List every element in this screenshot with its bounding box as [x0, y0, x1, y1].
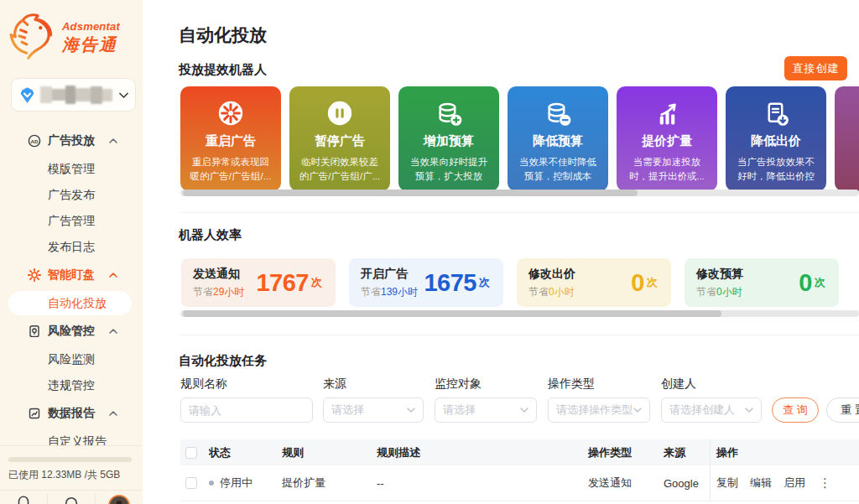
stat-count: 1675	[424, 269, 476, 297]
column-header: 状态	[209, 439, 282, 465]
sidebar-item[interactable]: 广告管理	[0, 208, 143, 234]
column-header: 规则描述	[377, 439, 588, 465]
sidebar-group-2[interactable]: 风险管控	[0, 316, 143, 346]
robot-card[interactable]: 降低出价 当广告投放效果不好时，降低出价控	[726, 86, 826, 191]
svg-text:AD: AD	[31, 138, 39, 144]
robot-card[interactable]: 增加预算 当效果向好时提升预算，扩大投放	[398, 86, 499, 191]
sidebar-item[interactable]: 广告发布	[0, 182, 143, 208]
chevron-up-icon	[109, 329, 117, 334]
status-dot-icon	[209, 481, 214, 486]
row-action-link[interactable]: 复制	[716, 475, 738, 491]
budget-plus-icon	[435, 98, 463, 128]
footer-icon-bar	[0, 490, 143, 504]
row-action-link[interactable]: 编辑	[750, 475, 772, 491]
filter-select[interactable]: 请选择创建人	[661, 397, 762, 423]
robot-card-title: 提价扩量	[642, 133, 692, 149]
filter-label: 监控对象	[435, 377, 482, 392]
query-button[interactable]: 查 询	[772, 397, 819, 423]
sidebar-group-label: 风险管控	[48, 324, 95, 339]
sidebar-item[interactable]: 自定义报告	[0, 429, 143, 445]
chevron-down-icon	[520, 408, 528, 413]
filter-select[interactable]: 请选择操作类型	[548, 397, 650, 423]
stat-saved: 节省0小时	[528, 285, 575, 299]
filter-text-input[interactable]	[189, 404, 305, 417]
stat-count: 0	[631, 269, 644, 297]
tasks-section-title: 自动化投放任务	[179, 353, 267, 369]
robots-section-title: 投放提效机器人	[179, 62, 267, 78]
robot-card-desc: 当需要加速投放时，提升出价或...	[617, 155, 717, 184]
sidebar-item[interactable]: 风险监测	[0, 346, 143, 372]
stats-scrollbar[interactable]	[180, 310, 859, 317]
stat-count: 1767	[256, 269, 309, 297]
robot-card[interactable]: 提价扩量 当需要加速投放时，提升出价或...	[617, 86, 717, 191]
support-headset-icon[interactable]	[48, 491, 95, 504]
stat-unit: 次	[479, 275, 490, 290]
sidebar-group-1[interactable]: 智能盯盘	[0, 260, 143, 290]
sidebar-group-3[interactable]: 数据报告	[0, 398, 143, 429]
rule-desc-cell: --	[377, 465, 588, 501]
sidebar-group-0[interactable]: AD 广告投放	[0, 126, 143, 156]
robot-card[interactable]: 重启广告 重启异常或表现回暖的广告/广告组/...	[180, 86, 281, 191]
sidebar-item[interactable]: 模版管理	[0, 156, 143, 182]
robot-card[interactable]: 降低预算 当效果不佳时降低预算，控制成本	[508, 86, 608, 191]
storage-progressbar	[8, 457, 132, 462]
storage-usage-text: 已使用 12.33MB /共 5GB	[8, 468, 120, 482]
brand-name-en: Adsmentat	[62, 20, 120, 33]
status-cell: 停用中	[209, 465, 282, 501]
stat-saved: 节省0小时	[696, 285, 743, 299]
filter-input[interactable]	[180, 397, 313, 423]
create-button[interactable]: 直接创建	[784, 56, 847, 81]
robot-card-title: 降低预算	[533, 133, 583, 149]
user-avatar[interactable]	[96, 491, 143, 504]
sidebar-item-label: 广告管理	[48, 214, 95, 229]
row-checkbox[interactable]	[185, 477, 197, 489]
sidebar-group-label: 数据报告	[48, 406, 95, 421]
sidebar-item[interactable]: 发布日志	[0, 234, 143, 260]
app-window: Adsmentat 海告通 AD 广告投放 模版管理广告发布广告管理发布日志 智…	[0, 0, 859, 504]
stat-name: 修改预算	[696, 267, 743, 282]
sidebar-item-label: 广告发布	[48, 188, 95, 203]
stat-name: 发送通知	[193, 267, 244, 282]
efficiency-stat-card: 修改预算 节省0小时 0 次	[685, 258, 839, 307]
monitor-gear-icon	[28, 268, 41, 282]
tasks-table: 状态规则规则描述操作类型来源操作 停用中 提价扩量 -- 发送通知 Google…	[180, 439, 859, 501]
doc-down-icon	[763, 98, 790, 128]
account-badge-icon	[18, 86, 36, 104]
robot-card-desc: 重启异常或表现回暖的广告/广告组/...	[180, 155, 281, 184]
account-selector[interactable]	[11, 78, 136, 112]
column-header: 来源	[664, 439, 710, 465]
table-row: 停用中 提价扩量 -- 发送通知 Google 复制编辑启用⋮	[180, 465, 859, 501]
robot-card-title: 重启广告	[206, 133, 256, 149]
sidebar-item-label: 自定义报告	[48, 434, 107, 446]
reset-button[interactable]: 重 置	[826, 397, 859, 423]
main-content: 自动化投放 投放提效机器人 直接创建 重启广告 重启异常或表现回暖的广告/广告组…	[143, 0, 859, 504]
chevron-up-icon	[109, 138, 117, 143]
sidebar-menu: AD 广告投放 模版管理广告发布广告管理发布日志 智能盯盘 自动化投放 风险管控…	[0, 126, 143, 445]
robot-card[interactable]: 暂停广告 临时关闭效果较差的广告/广告组/广...	[289, 86, 390, 191]
select-placeholder: 请选择	[331, 403, 364, 418]
more-actions-icon[interactable]: ⋮	[819, 475, 831, 491]
column-header: 操作	[710, 439, 859, 465]
robot-card[interactable]	[835, 86, 859, 191]
rule-cell: 提价扩量	[282, 465, 377, 501]
filter-select[interactable]: 请选择	[323, 397, 424, 423]
robot-card-desc: 当效果不佳时降低预算，控制成本	[508, 155, 608, 184]
sidebar-item[interactable]: 自动化投放	[0, 290, 143, 316]
notification-bell-icon[interactable]	[0, 491, 47, 504]
efficiency-stat-card: 发送通知 节省29小时 1767 次	[181, 258, 336, 307]
robot-cards-row: 重启广告 重启异常或表现回暖的广告/广告组/... 暂停广告 临时关闭效果较差的…	[180, 86, 859, 191]
stat-saved: 节省29小时	[193, 285, 244, 299]
section-divider	[180, 335, 859, 335]
select-all-checkbox[interactable]	[185, 447, 197, 459]
filter-label: 规则名称	[180, 377, 227, 392]
sidebar-item-label: 风险监测	[48, 352, 95, 367]
filter-select[interactable]: 请选择	[435, 397, 537, 423]
page-title: 自动化投放	[179, 23, 267, 47]
stat-name: 修改出价	[528, 267, 575, 282]
sidebar-item[interactable]: 违规管控	[0, 372, 143, 398]
cards-scrollbar[interactable]	[180, 190, 859, 196]
filter-label: 操作类型	[548, 377, 595, 392]
ad-icon: AD	[28, 134, 41, 148]
row-action-link[interactable]: 启用	[784, 475, 805, 491]
restart-icon	[216, 98, 245, 128]
